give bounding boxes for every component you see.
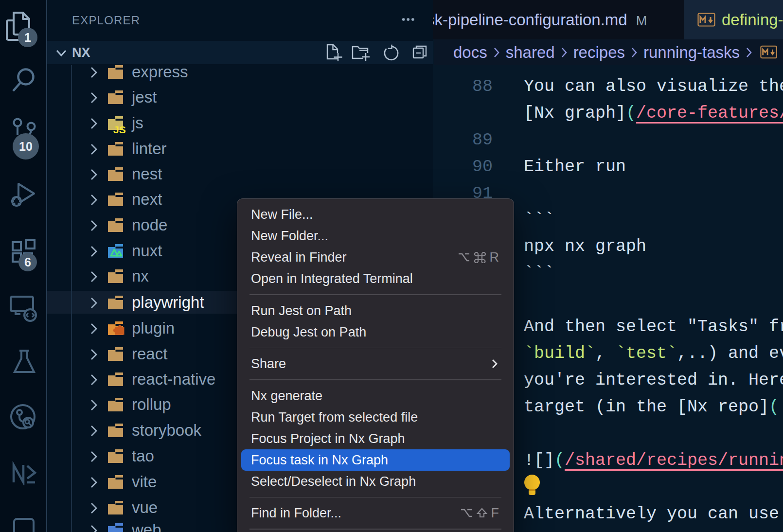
svg-text:JS: JS (113, 124, 126, 135)
